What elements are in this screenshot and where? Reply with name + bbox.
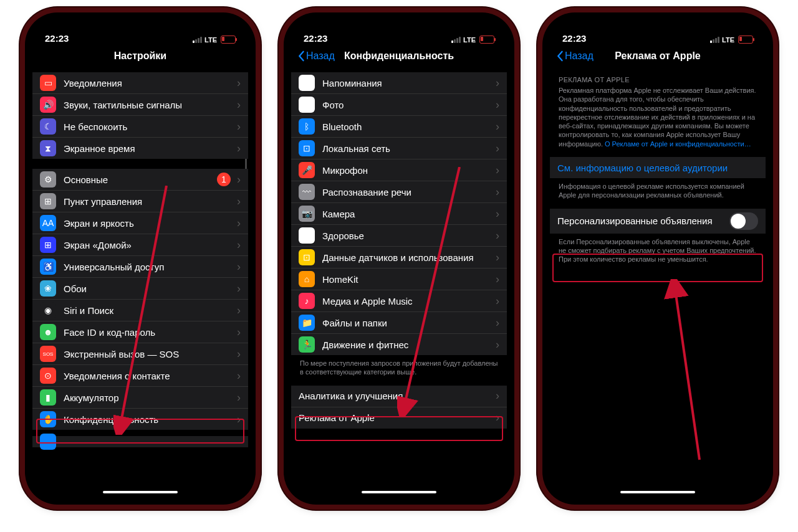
home-indicator[interactable]	[362, 491, 436, 493]
list-item[interactable]: AAЭкран и яркость›	[32, 212, 248, 234]
chevron-right-icon: ›	[496, 251, 499, 264]
chevron-right-icon: ›	[496, 142, 499, 155]
app-icon: ✋	[40, 411, 56, 427]
list-item[interactable]: SOSЭкстренный вызов — SOS›	[32, 343, 248, 365]
chevron-left-icon	[297, 50, 305, 62]
navbar: Назад Конфиденциальность	[291, 45, 507, 67]
list-item[interactable]: ⚙Основные1›	[32, 169, 248, 191]
app-icon: ▭	[40, 75, 56, 91]
list-item[interactable]: ⧗Экранное время›	[32, 138, 248, 159]
list-item[interactable]: 〰Распознавание речи›	[291, 181, 507, 203]
list-item[interactable]: ⊡Данные датчиков и использования›	[291, 247, 507, 268]
row-label: Медиа и Apple Music	[322, 296, 492, 306]
chevron-right-icon: ›	[496, 77, 499, 90]
row-label: Обои	[64, 283, 233, 294]
phone-3: 22:23 LTE Назад Реклама от Apple РЕКЛАМА…	[542, 12, 773, 505]
row-label: Распознавание речи	[322, 187, 492, 197]
chevron-right-icon: ›	[237, 348, 241, 361]
row-label: Основные	[64, 174, 217, 185]
list-item[interactable]: ✋Конфиденциальность›	[32, 409, 248, 430]
list-item[interactable]: ☻Face ID и код-пароль›	[32, 321, 248, 343]
app-icon: ⧗	[40, 140, 56, 156]
list-item[interactable]: ⊡Локальная сеть›	[291, 138, 507, 159]
row-label: Уведомления	[64, 78, 233, 88]
status-time: 22:23	[304, 33, 327, 44]
app-icon: ❀	[40, 280, 56, 297]
chevron-right-icon: ›	[237, 120, 241, 133]
row-label: Face ID и код-пароль	[64, 327, 233, 338]
list-item[interactable]: ▮Аккумулятор›	[32, 387, 248, 409]
back-label: Назад	[306, 50, 335, 62]
home-indicator[interactable]	[103, 491, 178, 493]
list-item[interactable]: ᛒBluetooth›	[291, 116, 507, 138]
list-item[interactable]: ⊞Пункт управления›	[32, 191, 248, 212]
row-label: Звуки, тактильные сигналы	[64, 100, 233, 110]
signal-icon	[193, 37, 202, 43]
row-label: Движение и фитнес	[322, 340, 492, 350]
app-icon: 📷	[299, 206, 315, 222]
app-icon: ♥	[299, 227, 315, 244]
row-label: Напоминания	[322, 78, 492, 88]
list-item[interactable]: 🎤Микрофон›	[291, 159, 507, 181]
group-footer: По мере поступления запросов приложения …	[291, 355, 507, 381]
navbar: Настройки	[32, 45, 248, 67]
list-item[interactable]: ☰Напоминания›	[291, 72, 507, 94]
targeting-info-row[interactable]: См. информацию о целевой аудитории	[550, 157, 766, 178]
list-item[interactable]: ♿Универсальный доступ›	[32, 256, 248, 278]
chevron-right-icon: ›	[237, 239, 241, 252]
back-button[interactable]: Назад	[297, 50, 335, 62]
chevron-right-icon: ›	[237, 173, 241, 186]
list-item[interactable]: ❁Фото›	[291, 94, 507, 116]
page-title: Реклама от Apple	[615, 50, 701, 62]
row-label: Экран и яркость	[64, 218, 233, 229]
intro-text: Рекламная платформа Apple не отслеживает…	[550, 86, 766, 152]
row-label: Здоровье	[322, 230, 492, 241]
app-icon: ☾	[40, 118, 56, 135]
list-item[interactable]: 📁Файлы и папки›	[291, 312, 507, 334]
list-item[interactable]: Реклама от Apple›	[291, 407, 507, 429]
back-button[interactable]: Назад	[556, 50, 594, 62]
list-item[interactable]: 📷Камера›	[291, 203, 507, 225]
app-icon: ☻	[40, 324, 56, 340]
list-item[interactable]: ⊙Уведомления о контакте›	[32, 365, 248, 387]
list-item[interactable]: ⌂HomeKit›	[291, 268, 507, 290]
chevron-right-icon: ›	[496, 229, 499, 242]
list-item[interactable]: ⊞Экран «Домой»›	[32, 234, 248, 256]
chevron-left-icon	[556, 50, 564, 62]
notch	[605, 12, 711, 30]
row-label: Данные датчиков и использования	[322, 252, 492, 263]
chevron-right-icon: ›	[496, 186, 499, 199]
signal-icon	[710, 37, 719, 43]
list-item[interactable]: 🔊Звуки, тактильные сигналы›	[32, 94, 248, 116]
personalized-ads-toggle[interactable]	[729, 212, 758, 230]
chevron-right-icon: ›	[237, 304, 241, 317]
list-item[interactable]: Аналитика и улучшения›	[291, 386, 507, 407]
chevron-right-icon: ›	[237, 77, 241, 90]
row-label: Файлы и папки	[322, 318, 492, 328]
row-label: Аналитика и улучшения	[299, 391, 492, 401]
app-icon: ☰	[299, 75, 315, 91]
app-icon: ♪	[299, 293, 315, 309]
row-label: HomeKit	[322, 274, 492, 285]
list-item[interactable]: ☾Не беспокоить›	[32, 116, 248, 138]
chevron-right-icon: ›	[496, 164, 499, 177]
list-item[interactable]: 🏃Движение и фитнес›	[291, 334, 507, 355]
list-item[interactable]: ❀Обои›	[32, 278, 248, 300]
chevron-right-icon: ›	[237, 369, 241, 382]
list-item[interactable]: ♪Медиа и Apple Music›	[291, 290, 507, 312]
list-item[interactable]: ♥Здоровье›	[291, 225, 507, 247]
row-label: Реклама от Apple	[299, 412, 492, 423]
home-indicator[interactable]	[620, 491, 695, 493]
about-link[interactable]: О Рекламе от Apple и конфиденциальности…	[605, 140, 751, 148]
app-icon: AA	[40, 215, 56, 231]
group-footer: Если Персонализированные объявления выкл…	[550, 234, 766, 268]
row-label: Не беспокоить	[64, 121, 233, 132]
app-icon: 🔊	[40, 97, 56, 113]
chevron-right-icon: ›	[237, 98, 241, 112]
battery-icon	[479, 36, 494, 44]
app-icon: 🎤	[299, 162, 315, 178]
list-item[interactable]	[32, 436, 248, 447]
list-item[interactable]: ◉Siri и Поиск›	[32, 300, 248, 321]
row-label: Уведомления о контакте	[64, 371, 233, 381]
list-item[interactable]: ▭Уведомления›	[32, 72, 248, 94]
